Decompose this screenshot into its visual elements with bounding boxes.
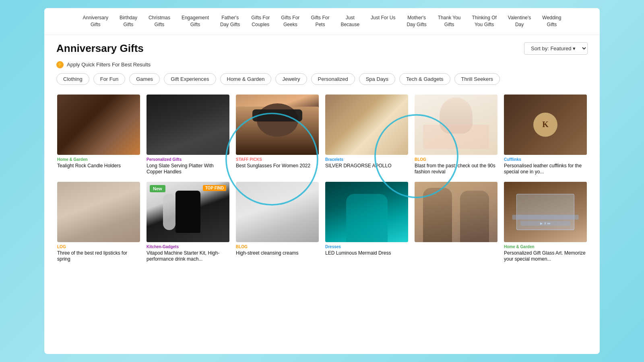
filter-tag-0[interactable]: Clothing xyxy=(56,73,89,85)
product-card-p2[interactable]: Personalized GiftsLong Slate Serving Pla… xyxy=(143,91,233,179)
product-image-p9 xyxy=(236,182,319,242)
top-nav: Anniversary GiftsBirthday GiftsChristmas… xyxy=(44,8,600,35)
product-category-p4: Bracelets xyxy=(325,157,408,162)
product-card-p8[interactable]: NewTOP FINDKitchen-GadgetsVitapod Machin… xyxy=(143,179,233,266)
product-image-p3 xyxy=(236,95,319,155)
product-name-p9: High-street cleansing creams xyxy=(236,250,319,257)
product-card-p4[interactable]: BraceletsSILVER DRAGORSE APOLLO xyxy=(322,91,411,179)
product-card-p6[interactable]: K CufflinksPersonalised leather cufflink… xyxy=(501,91,590,179)
nav-item-gifts-geeks[interactable]: Gifts For Geeks xyxy=(275,12,305,31)
product-image-p7 xyxy=(57,182,140,242)
product-category-p2: Personalized Gifts xyxy=(147,157,229,162)
nav-item-valentines[interactable]: Valentine's Day xyxy=(502,12,537,31)
nav-item-thank-you[interactable]: Thank You Gifts xyxy=(432,12,466,31)
filter-tags: ClothingFor FunGamesGift ExperiencesHome… xyxy=(44,73,600,91)
nav-item-gifts-pets[interactable]: Gifts For Pets xyxy=(305,12,335,31)
nav-item-fathers-day[interactable]: Father's Day Gifts xyxy=(215,12,246,31)
product-card-p11[interactable] xyxy=(411,179,501,266)
filter-tag-4[interactable]: Home & Garden xyxy=(220,73,272,85)
page-header: Anniversary Gifts Sort by: Featured ▾ xyxy=(44,35,600,59)
product-name-p4: SILVER DRAGORSE APOLLO xyxy=(325,163,408,169)
product-category-p10: Dresses xyxy=(325,245,408,249)
product-name-p1: Tealight Rock Candle Holders xyxy=(57,163,140,169)
quick-filters-row: ⚡ Apply Quick Filters For Best Results xyxy=(44,59,600,73)
badge-new: New xyxy=(150,185,165,192)
filter-tag-2[interactable]: Games xyxy=(129,73,160,85)
product-category-p6: Cufflinks xyxy=(504,157,587,162)
product-category-p7: LOG xyxy=(57,245,140,249)
nav-item-gifts-couples[interactable]: Gifts For Couples xyxy=(246,12,275,31)
product-name-p12: Personalized Gift Glass Art. Memorize yo… xyxy=(504,250,587,263)
nav-item-just-because[interactable]: Just Because xyxy=(335,12,365,31)
filter-tag-6[interactable]: Personalized xyxy=(311,73,355,85)
quick-filters-label: Apply Quick Filters For Best Results xyxy=(67,62,151,68)
nav-item-engagement[interactable]: Engagement Gifts xyxy=(176,12,215,31)
product-category-p8: Kitchen-Gadgets xyxy=(147,245,229,249)
product-name-p10: LED Luminous Mermaid Dress xyxy=(325,250,408,257)
nav-item-wedding[interactable]: Wedding Gifts xyxy=(537,12,567,31)
nav-item-thinking-of-you[interactable]: Thinking Of You Gifts xyxy=(466,12,502,31)
product-name-p5: Blast from the past: check out the 90s f… xyxy=(415,163,497,175)
nav-item-birthday[interactable]: Birthday Gifts xyxy=(114,12,143,31)
product-name-p7: Three of the best red lipsticks for spri… xyxy=(57,250,140,263)
filter-tag-9[interactable]: Thrill Seekers xyxy=(454,73,500,85)
filter-tag-7[interactable]: Spa Days xyxy=(359,73,395,85)
product-name-p8: Vitapod Machine Starter Kit, High-perfor… xyxy=(147,250,229,263)
product-image-p5 xyxy=(415,95,497,155)
sort-dropdown[interactable]: Sort by: Featured ▾ xyxy=(524,42,588,55)
nav-item-anniversary[interactable]: Anniversary Gifts xyxy=(77,12,114,31)
product-card-p5[interactable]: BLOGBlast from the past: check out the 9… xyxy=(411,91,501,179)
nav-item-just-for-us[interactable]: Just For Us xyxy=(365,12,401,31)
product-name-p2: Long Slate Serving Platter With Copper H… xyxy=(147,163,229,175)
filter-tag-1[interactable]: For Fun xyxy=(93,73,126,85)
product-card-p12[interactable]: ▶ ⏸ ⏭ Home & GardenPersonalized Gift Gla… xyxy=(501,179,590,266)
product-category-p12: Home & Garden xyxy=(504,245,587,249)
product-grid-wrap: Home & GardenTealight Rock Candle Holder… xyxy=(44,91,600,274)
product-name-p6: Personalised leather cufflinks for the s… xyxy=(504,163,587,175)
page-title: Anniversary Gifts xyxy=(56,42,144,55)
product-card-p9[interactable]: BLOGHigh-street cleansing creams xyxy=(233,179,322,266)
product-image-p1 xyxy=(57,95,140,155)
product-image-p8: NewTOP FIND xyxy=(147,182,229,242)
product-image-p10 xyxy=(325,182,408,242)
product-image-p6: K xyxy=(504,95,587,155)
product-name-p3: Best Sunglasses For Women 2022 xyxy=(236,163,319,169)
product-card-p7[interactable]: LOGThree of the best red lipsticks for s… xyxy=(54,179,143,266)
product-card-p3[interactable]: STAFF PICKSBest Sunglasses For Women 202… xyxy=(233,91,322,179)
nav-item-mothers-day[interactable]: Mother's Day Gifts xyxy=(401,12,432,31)
filter-tag-5[interactable]: Jewelry xyxy=(275,73,307,85)
filter-tag-8[interactable]: Tech & Gadgets xyxy=(399,73,450,85)
product-category-p5: BLOG xyxy=(415,157,497,162)
badge-top-find: TOP FIND xyxy=(203,185,226,191)
nav-item-christmas[interactable]: Christmas Gifts xyxy=(143,12,176,31)
product-image-p11 xyxy=(415,182,497,242)
product-image-p2 xyxy=(147,95,229,155)
product-category-p3: STAFF PICKS xyxy=(236,157,319,162)
product-card-p10[interactable]: DressesLED Luminous Mermaid Dress xyxy=(322,179,411,266)
product-grid: Home & GardenTealight Rock Candle Holder… xyxy=(44,91,600,274)
filter-tag-3[interactable]: Gift Experiences xyxy=(164,73,216,85)
product-category-p1: Home & Garden xyxy=(57,157,140,162)
product-image-p4 xyxy=(325,95,408,155)
filter-icon: ⚡ xyxy=(56,61,64,68)
product-category-p9: BLOG xyxy=(236,245,319,249)
product-image-p12: ▶ ⏸ ⏭ xyxy=(504,182,587,242)
product-card-p1[interactable]: Home & GardenTealight Rock Candle Holder… xyxy=(54,91,143,179)
